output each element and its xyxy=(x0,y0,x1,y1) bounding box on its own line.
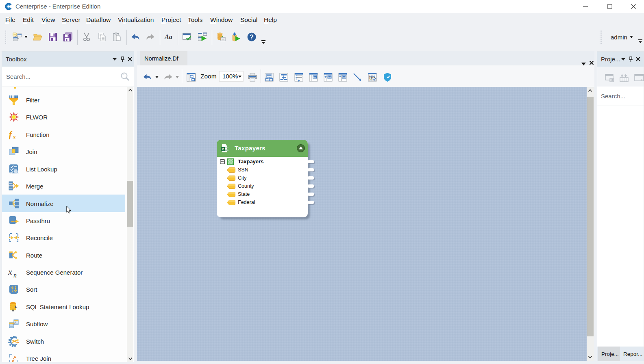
node-tree-root[interactable]: Taxpayers xyxy=(217,158,302,166)
user-menu-caret[interactable] xyxy=(630,36,633,38)
toolbox-item-tree-join[interactable]: Tree Join xyxy=(2,350,125,362)
doc-redo-caret[interactable] xyxy=(176,76,179,78)
toolbar-options-icon[interactable] xyxy=(637,38,643,45)
expand-panel-button[interactable] xyxy=(323,72,333,82)
print-button[interactable] xyxy=(248,72,257,82)
tab-project[interactable]: Proje... xyxy=(598,347,620,361)
menu-dataflow[interactable]: Dataflow xyxy=(86,13,111,26)
project-menu-caret-icon[interactable] xyxy=(621,58,626,61)
collapse-minus-icon[interactable] xyxy=(220,159,225,164)
save-all-button[interactable] xyxy=(63,32,73,42)
preview-data-button[interactable]: 0101 10 xyxy=(368,72,377,82)
close-project-icon[interactable] xyxy=(605,74,614,82)
minimize-button[interactable] xyxy=(576,0,595,13)
toolbox-item-merge[interactable]: Merge xyxy=(2,178,125,195)
project-tree-area[interactable] xyxy=(597,106,644,347)
doc-undo-button[interactable] xyxy=(143,72,152,82)
dataflow-canvas[interactable]: x Taxpayers xyxy=(137,87,587,361)
help-button[interactable]: ? xyxy=(247,32,257,42)
menu-view[interactable]: View xyxy=(41,13,55,26)
new-dropdown-caret[interactable] xyxy=(24,36,28,38)
menu-virtualization[interactable]: Virtualization xyxy=(118,13,154,26)
toolbox-item-normalize[interactable]: Normalize xyxy=(2,195,125,212)
toolbox-pin-icon[interactable] xyxy=(120,56,125,62)
menu-project[interactable]: Project xyxy=(161,13,181,26)
cut-button[interactable] xyxy=(82,32,91,42)
menu-server[interactable]: Server xyxy=(62,13,80,26)
taxpayers-node[interactable]: x Taxpayers xyxy=(217,140,308,217)
scroll-up-button[interactable] xyxy=(127,87,133,94)
new-dataflow-button[interactable] xyxy=(12,32,22,42)
toolbox-search[interactable]: Search... xyxy=(2,67,134,87)
project-search[interactable]: Search... xyxy=(597,87,644,106)
layout-vertical-button[interactable] xyxy=(279,72,289,82)
user-menu[interactable]: admin xyxy=(611,26,627,49)
check-in-icon[interactable] xyxy=(634,74,644,82)
show-preview-panel-button[interactable] xyxy=(309,72,318,82)
layout-horizontal-button[interactable] xyxy=(264,72,274,82)
output-port[interactable] xyxy=(308,176,314,180)
menu-help[interactable]: Help xyxy=(264,13,277,26)
database-browser-button[interactable] xyxy=(216,32,226,42)
output-port[interactable] xyxy=(308,193,314,196)
doc-undo-caret[interactable] xyxy=(155,76,159,78)
output-port[interactable] xyxy=(308,160,314,163)
toolbox-menu-caret-icon[interactable] xyxy=(112,58,117,61)
canvas-scrollbar[interactable] xyxy=(587,87,594,361)
toolbox-scrollbar-thumb[interactable] xyxy=(127,181,133,227)
node-field-county[interactable]: County xyxy=(217,182,302,190)
output-port[interactable] xyxy=(308,168,314,171)
maximize-button[interactable] xyxy=(600,0,619,13)
redo-button[interactable] xyxy=(146,32,155,42)
toolbar-grip[interactable] xyxy=(599,30,602,45)
get-latest-version-icon[interactable] xyxy=(620,74,629,82)
save-button[interactable] xyxy=(48,32,58,42)
toolbox-item-passthru[interactable]: Passthru xyxy=(2,212,125,230)
resize-panel-button[interactable] xyxy=(338,72,348,82)
project-close-icon[interactable] xyxy=(636,57,640,61)
document-tab-normalize[interactable]: Normalize.Df xyxy=(140,51,187,65)
toolbox-item-flwor[interactable]: FLWOR xyxy=(2,108,125,126)
output-port[interactable] xyxy=(308,184,314,188)
toolbox-item-join[interactable]: Join xyxy=(2,143,125,160)
canvas-scrollbar-thumb[interactable] xyxy=(587,97,594,336)
menu-file[interactable]: File xyxy=(5,13,15,26)
tab-report[interactable]: Repor... xyxy=(620,347,644,361)
zoom-combo[interactable]: 100% xyxy=(219,71,244,82)
toolbox-item-sequence-generator[interactable]: x n Sequence Generator xyxy=(2,264,125,281)
toolbox-item-sql-statement-lookup[interactable]: SQL Statement Lookup xyxy=(2,298,125,316)
open-button[interactable] xyxy=(33,32,43,42)
node-field-federal[interactable]: Federal xyxy=(217,198,302,206)
toolbox-item-switch[interactable]: Switch xyxy=(2,333,125,350)
taxpayers-node-header[interactable]: x Taxpayers xyxy=(217,140,308,157)
paste-button[interactable] xyxy=(112,32,122,42)
import-data-button[interactable] xyxy=(231,32,241,42)
link-tool-button[interactable] xyxy=(352,72,362,82)
toolbar-overflow-icon[interactable] xyxy=(261,40,266,45)
menu-edit[interactable]: Edit xyxy=(23,13,34,26)
toolbox-item-subflow[interactable]: Subflow xyxy=(2,315,125,333)
toolbox-item-list-lookup[interactable]: List Lookup xyxy=(2,160,125,178)
node-field-state[interactable]: State xyxy=(217,190,302,198)
toolbox-scrollbar[interactable] xyxy=(127,87,133,362)
node-field-ssn[interactable]: SSN xyxy=(217,166,302,174)
toolbox-item-filter[interactable]: Filter xyxy=(2,91,125,109)
toggle-toolbox-button[interactable] xyxy=(186,72,196,82)
start-dataflow-button[interactable] xyxy=(198,32,207,42)
canvas-scroll-up-button[interactable] xyxy=(587,87,594,94)
menu-social[interactable]: Social xyxy=(240,13,257,26)
menu-window[interactable]: Window xyxy=(210,13,233,26)
copy-button[interactable] xyxy=(97,32,107,42)
doc-redo-button[interactable] xyxy=(163,72,173,82)
toolbox-close-icon[interactable] xyxy=(128,57,132,61)
canvas-scroll-down-button[interactable] xyxy=(587,354,594,361)
project-pin-icon[interactable] xyxy=(629,56,633,62)
toolbar-grip[interactable] xyxy=(5,30,7,45)
menu-tools[interactable]: Tools xyxy=(188,13,202,26)
toolbox-item-reconcile[interactable]: Reconcile xyxy=(2,229,125,247)
scroll-down-button[interactable] xyxy=(127,355,133,362)
verify-button[interactable] xyxy=(182,32,192,42)
expand-collapse-all-button[interactable] xyxy=(294,72,304,82)
font-button[interactable]: Aa xyxy=(164,32,174,42)
close-button[interactable] xyxy=(624,0,643,13)
